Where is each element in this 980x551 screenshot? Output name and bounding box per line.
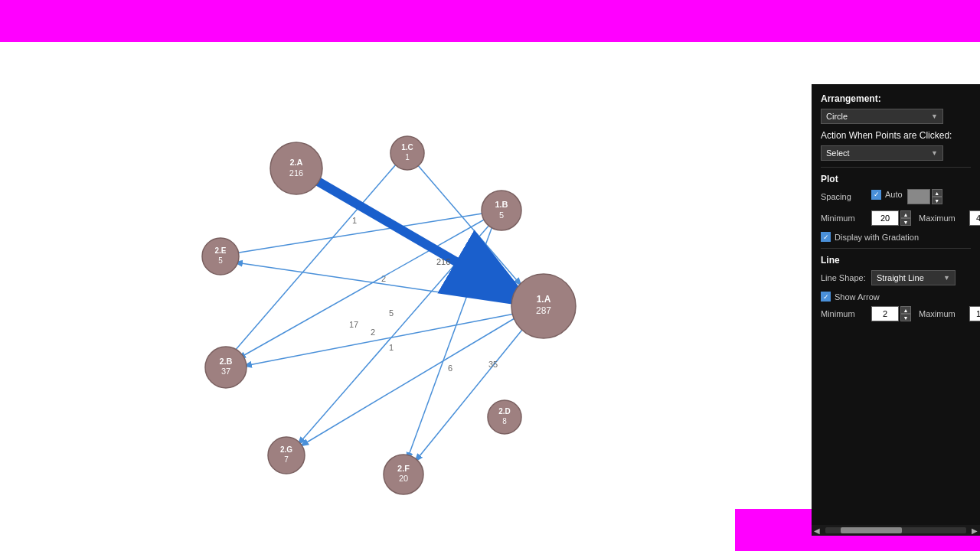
svg-text:1: 1 bbox=[352, 216, 357, 225]
svg-text:2.F: 2.F bbox=[397, 464, 410, 473]
action-label: Action When Points are Clicked: bbox=[821, 130, 971, 141]
max-input[interactable]: 40 bbox=[969, 210, 980, 226]
auto-checkbox[interactable]: ✓ bbox=[871, 190, 881, 200]
action-arrow: ▼ bbox=[931, 149, 938, 157]
gradation-label: Display with Gradation bbox=[835, 233, 919, 242]
spacing-auto-input[interactable] bbox=[907, 189, 930, 204]
line-shape-arrow: ▼ bbox=[943, 274, 950, 282]
svg-text:2.G: 2.G bbox=[280, 445, 292, 454]
arrow-min-max-row: Minimum ▲ ▼ Maximum bbox=[821, 306, 971, 321]
scroll-left[interactable]: ◀ bbox=[812, 527, 822, 535]
show-arrow-label: Show Arrow bbox=[835, 292, 880, 302]
svg-text:7: 7 bbox=[284, 455, 289, 464]
auto-check-row: ✓ Auto bbox=[871, 190, 903, 200]
arrangement-arrow: ▼ bbox=[931, 112, 938, 120]
arrow-min-spin-down[interactable]: ▼ bbox=[900, 314, 911, 321]
svg-text:2: 2 bbox=[371, 328, 375, 337]
svg-text:1.A: 1.A bbox=[537, 294, 551, 305]
line-shape-row: Line Shape: Straight Line ▼ bbox=[821, 270, 971, 285]
svg-text:1: 1 bbox=[389, 343, 394, 352]
svg-text:1: 1 bbox=[405, 153, 410, 161]
gradation-checkbox[interactable]: ✓ bbox=[821, 232, 831, 242]
line-shape-selected: Straight Line bbox=[877, 273, 924, 282]
svg-text:216: 216 bbox=[289, 168, 303, 178]
minimum-label: Minimum bbox=[821, 214, 867, 223]
svg-line-13 bbox=[245, 314, 514, 366]
min-spin-up[interactable]: ▲ bbox=[900, 210, 911, 218]
line-shape-dropdown[interactable]: Straight Line ▼ bbox=[871, 270, 956, 285]
svg-text:8: 8 bbox=[502, 417, 507, 425]
min-spin-down[interactable]: ▼ bbox=[900, 218, 911, 226]
line-label: Line bbox=[821, 255, 971, 266]
arrangement-row: Circle ▼ bbox=[821, 109, 971, 124]
svg-text:216: 216 bbox=[436, 257, 450, 266]
divider-1 bbox=[821, 167, 971, 168]
auto-label: Auto bbox=[885, 190, 903, 199]
auto-input-group: ▲ ▼ bbox=[907, 189, 942, 204]
scrollbar-track[interactable] bbox=[825, 527, 966, 533]
svg-line-18 bbox=[302, 318, 514, 445]
bottom-scrollbar: ◀ ▶ bbox=[812, 525, 980, 536]
arrow-min-spinners: ▲ ▼ bbox=[900, 306, 911, 321]
svg-text:5: 5 bbox=[218, 256, 223, 265]
divider-2 bbox=[821, 248, 971, 249]
arrangement-selected: Circle bbox=[826, 112, 848, 121]
arrow-min-input[interactable] bbox=[871, 306, 899, 321]
gradation-row: ✓ Display with Gradation bbox=[821, 232, 971, 242]
show-arrow-checkbox[interactable]: ✓ bbox=[821, 292, 831, 302]
scrollbar-thumb[interactable] bbox=[841, 527, 902, 533]
svg-text:2.A: 2.A bbox=[289, 158, 302, 167]
arrow-min-group: ▲ ▼ bbox=[871, 306, 911, 321]
svg-line-15 bbox=[230, 158, 401, 357]
svg-text:5: 5 bbox=[389, 308, 394, 318]
svg-text:20: 20 bbox=[399, 474, 408, 483]
line-shape-label: Line Shape: bbox=[821, 273, 867, 282]
svg-line-21 bbox=[314, 179, 511, 294]
spacing-label: Spacing bbox=[821, 192, 867, 201]
svg-text:2.B: 2.B bbox=[219, 357, 232, 366]
svg-text:1.C: 1.C bbox=[401, 143, 413, 152]
graph-canvas: 1 2 5 17 1 2 6 35 216 1.A 287 bbox=[0, 84, 735, 551]
action-selected: Select bbox=[826, 148, 850, 158]
min-input-group: 20 ▲ ▼ bbox=[871, 210, 911, 226]
svg-text:35: 35 bbox=[488, 360, 498, 369]
arrow-max-label: Maximum bbox=[919, 309, 965, 318]
svg-line-7 bbox=[239, 212, 498, 358]
top-bar bbox=[0, 0, 980, 42]
svg-line-16 bbox=[416, 326, 525, 461]
svg-line-11 bbox=[299, 218, 495, 444]
arrow-max-input[interactable] bbox=[969, 306, 980, 321]
spacing-spin-up[interactable]: ▲ bbox=[932, 189, 942, 197]
plot-label: Plot bbox=[821, 174, 971, 184]
arrangement-label: Arrangement: bbox=[821, 93, 971, 104]
spacing-spinners: ▲ ▼ bbox=[932, 189, 942, 204]
scroll-right[interactable]: ▶ bbox=[969, 527, 980, 535]
arrangement-dropdown[interactable]: Circle ▼ bbox=[821, 109, 943, 124]
maximum-label: Maximum bbox=[919, 214, 965, 223]
min-input[interactable]: 20 bbox=[871, 210, 899, 226]
arrow-min-spin-up[interactable]: ▲ bbox=[900, 306, 911, 314]
svg-text:2.E: 2.E bbox=[214, 246, 226, 255]
svg-text:5: 5 bbox=[499, 210, 504, 220]
action-dropdown[interactable]: Select ▼ bbox=[821, 145, 943, 161]
action-row: Select ▼ bbox=[821, 145, 971, 161]
svg-text:287: 287 bbox=[536, 305, 551, 316]
min-spinners: ▲ ▼ bbox=[900, 210, 911, 226]
right-panel: Arrangement: Circle ▼ Action When Points… bbox=[812, 84, 980, 536]
svg-text:37: 37 bbox=[221, 367, 230, 376]
min-max-row: Minimum 20 ▲ ▼ Maximum 40 bbox=[821, 210, 971, 226]
main-area: ▲ ▼ 1 2 5 17 1 bbox=[0, 42, 980, 509]
svg-text:2.D: 2.D bbox=[498, 407, 511, 416]
svg-text:6: 6 bbox=[448, 364, 452, 373]
spacing-row: Spacing ✓ Auto ▲ ▼ bbox=[821, 189, 971, 204]
arrow-min-label: Minimum bbox=[821, 309, 867, 318]
show-arrow-row: ✓ Show Arrow bbox=[821, 292, 971, 302]
svg-text:1.B: 1.B bbox=[495, 200, 508, 209]
spacing-spin-down[interactable]: ▼ bbox=[932, 197, 942, 204]
svg-text:17: 17 bbox=[349, 320, 358, 329]
